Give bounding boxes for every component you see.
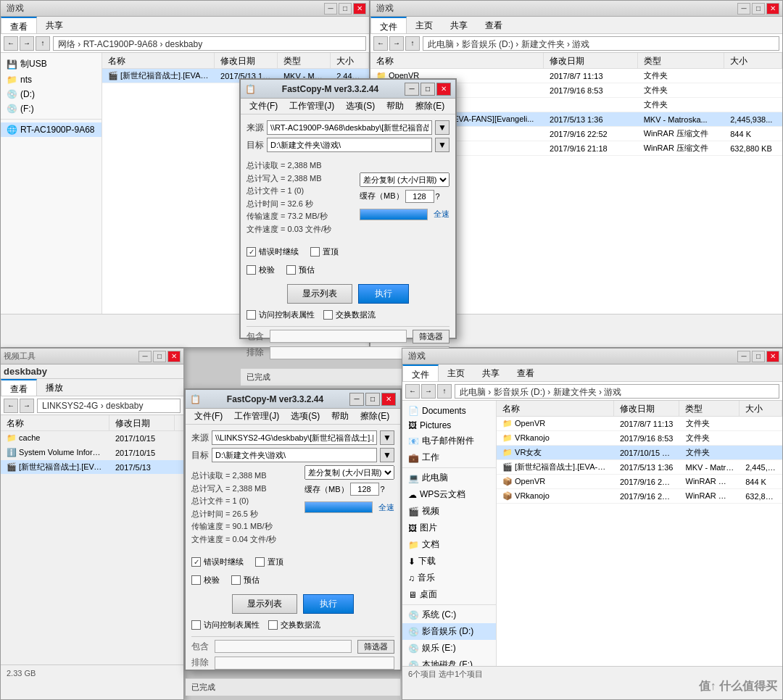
fc1-menu-file[interactable]: 文件(F) — [244, 99, 283, 114]
fc2-opt-continue-checkbox[interactable] — [191, 557, 201, 567]
forward-button-tr[interactable]: → — [389, 36, 404, 51]
file-row-br-3[interactable]: 🎬 [新世纪福音战士].[EVA-FANS][Evangeli... 2017/… — [497, 460, 782, 475]
fc1-full-speed-btn[interactable]: 全速 — [434, 209, 450, 220]
fc1-menu-help[interactable]: 帮助 — [381, 99, 410, 114]
fc1-copy-mode-select[interactable]: 差分复制 (大小/日期) — [360, 172, 450, 187]
fc2-full-speed-btn[interactable]: 全速 — [378, 502, 394, 513]
address-path-tr[interactable]: 此电脑 › 影音娱乐 (D:) › 新建文件夹 › 游戏 — [423, 36, 779, 51]
up-button-br[interactable]: ↑ — [437, 384, 452, 399]
fc1-opt-top-checkbox[interactable] — [310, 247, 320, 257]
fc2-close[interactable]: ✕ — [381, 393, 396, 406]
fc2-execute-button[interactable]: 执行 — [303, 594, 354, 614]
sidebar-item-email-br[interactable]: 📧 电子邮件附件 — [402, 433, 496, 449]
fc1-include-input[interactable] — [270, 330, 407, 343]
back-button-tr[interactable]: ← — [373, 36, 388, 51]
col-size-br[interactable]: 大小 — [740, 401, 782, 416]
col-type-br[interactable]: 类型 — [679, 401, 740, 416]
fc2-menu-help[interactable]: 帮助 — [326, 409, 355, 424]
tab-view-bl[interactable]: 查看 — [1, 379, 37, 396]
fc2-source-input[interactable] — [212, 430, 377, 445]
sidebar-item-f-br[interactable]: 💿 本地磁盘 (F:) — [402, 657, 496, 666]
sidebar-item-photo-br[interactable]: 🖼 图片 — [402, 520, 496, 536]
tab-view-tl[interactable]: 查看 — [1, 17, 37, 33]
sidebar-item-thispc-br[interactable]: 💻 此电脑 — [402, 470, 496, 486]
close-button[interactable]: ✕ — [353, 3, 366, 14]
fc2-show-list-button[interactable]: 显示列表 — [232, 594, 297, 614]
fc1-menu-job[interactable]: 工作管理(J) — [283, 99, 340, 114]
col-name-br[interactable]: 名称 — [497, 401, 614, 416]
sidebar-item-video-br[interactable]: 🎬 视频 — [402, 503, 496, 520]
fc2-cache-input[interactable] — [350, 483, 379, 496]
fc2-cache-help[interactable]: ? — [381, 485, 385, 493]
fc1-source-dropdown[interactable]: ▼ — [435, 120, 450, 135]
maximize-button-bl[interactable]: □ — [153, 351, 166, 362]
fc1-opt-continue-checkbox[interactable] — [246, 247, 256, 257]
fc2-include-input[interactable] — [215, 640, 352, 653]
fc1-target-input[interactable] — [267, 138, 432, 152]
sidebar-item-blank2[interactable]: 💿 (D:) — [1, 87, 102, 101]
up-button-tl[interactable]: ↑ — [36, 36, 50, 51]
fc2-copy-mode-select[interactable]: 差分复制 (大小/日期) — [304, 465, 394, 480]
sidebar-item-download-br[interactable]: ⬇ 下载 — [402, 553, 496, 570]
fc1-minimize[interactable]: ─ — [405, 83, 419, 96]
sidebar-item-documents-br[interactable]: 📄 Documents — [402, 404, 496, 418]
fc2-source-dropdown[interactable]: ▼ — [380, 430, 394, 445]
tab-view-br[interactable]: 查看 — [508, 364, 543, 381]
back-button-br[interactable]: ← — [405, 384, 420, 399]
address-path-tl[interactable]: 网络 › RT-AC1900P-9A68 › deskbaby — [53, 36, 366, 51]
tab-play-bl[interactable]: 播放 — [37, 379, 72, 396]
sidebar-item-network[interactable]: 🌐 RT-AC1900P-9A68 — [1, 122, 102, 137]
fc2-opt-verify-checkbox[interactable] — [191, 575, 201, 585]
fc2-menu-erase[interactable]: 擦除(E) — [355, 409, 395, 424]
forward-button-bl[interactable]: → — [20, 399, 34, 413]
tab-view-tr[interactable]: 查看 — [476, 17, 511, 33]
fc2-maximize[interactable]: □ — [365, 393, 380, 406]
file-row-br-0[interactable]: 📁 OpenVR 2017/8/7 11:13 文件夹 — [497, 417, 782, 431]
file-row-br-5[interactable]: 📦 VRkanojo 2017/9/16 21:18 WinRAR 压缩文件 6… — [497, 489, 782, 504]
tab-share-br[interactable]: 共享 — [473, 364, 508, 381]
minimize-button[interactable]: ─ — [324, 3, 337, 14]
address-path-br[interactable]: 此电脑 › 影音娱乐 (D:) › 新建文件夹 › 游戏 — [455, 384, 779, 399]
forward-button-tl[interactable]: → — [20, 36, 34, 51]
fc1-maximize[interactable]: □ — [420, 83, 435, 96]
col-size-tr[interactable]: 大小 — [724, 53, 782, 68]
address-path-bl[interactable]: LINKSYS2-4G › deskbaby — [37, 399, 181, 413]
file-row-br-2[interactable]: 📁 VR女友 2017/10/15 23:05 文件夹 — [497, 446, 782, 460]
fc1-menu-options[interactable]: 选项(S) — [340, 99, 381, 114]
tab-home-br[interactable]: 主页 — [439, 364, 473, 381]
sidebar-item-docs-br[interactable]: 📁 文档 — [402, 536, 496, 553]
forward-button-br[interactable]: → — [421, 384, 436, 399]
fc2-menu-options[interactable]: 选项(S) — [285, 409, 326, 424]
col-name-tl[interactable]: 名称 — [102, 53, 215, 68]
maximize-button-br[interactable]: □ — [752, 351, 765, 362]
col-date-br[interactable]: 修改日期 — [614, 401, 680, 416]
fc1-opt-verify-checkbox[interactable] — [246, 265, 256, 275]
fc1-cache-help[interactable]: ? — [436, 192, 440, 201]
fc2-target-dropdown[interactable]: ▼ — [380, 448, 394, 462]
fc1-execute-button[interactable]: 执行 — [358, 284, 409, 304]
tab-file-br[interactable]: 文件 — [402, 364, 439, 381]
back-button-bl[interactable]: ← — [4, 399, 18, 413]
sidebar-item-e-br[interactable]: 💿 娱乐 (E:) — [402, 640, 496, 657]
col-date-tl[interactable]: 修改日期 — [215, 53, 278, 68]
fc1-show-list-button[interactable]: 显示列表 — [287, 284, 352, 304]
fc1-cache-input[interactable] — [405, 190, 434, 203]
fc1-target-dropdown[interactable]: ▼ — [435, 138, 450, 152]
fc2-exchange-stream-checkbox[interactable] — [268, 620, 278, 630]
up-button-tr[interactable]: ↑ — [405, 36, 420, 51]
col-type-tr[interactable]: 类型 — [638, 53, 725, 68]
file-row-br-1[interactable]: 📁 VRkanojo 2017/9/16 8:53 文件夹 — [497, 431, 782, 446]
col-name-bl[interactable]: 名称 — [1, 415, 109, 430]
close-button-tr[interactable]: ✕ — [766, 3, 779, 14]
file-row-bl-1[interactable]: ℹ️ System Volume Information 2017/10/15 — [1, 446, 183, 460]
fc2-menu-job[interactable]: 工作管理(J) — [228, 409, 285, 424]
maximize-button[interactable]: □ — [339, 3, 352, 14]
fc1-opt-estimate-checkbox[interactable] — [286, 265, 296, 275]
fc1-source-input[interactable] — [267, 120, 432, 135]
fc2-opt-estimate-checkbox[interactable] — [231, 575, 241, 585]
col-name-tr[interactable]: 名称 — [370, 53, 544, 68]
minimize-button-br[interactable]: ─ — [737, 351, 750, 362]
minimize-button-bl[interactable]: ─ — [138, 351, 152, 362]
close-button-bl[interactable]: ✕ — [167, 351, 181, 362]
col-type-tl[interactable]: 类型 — [278, 53, 331, 68]
